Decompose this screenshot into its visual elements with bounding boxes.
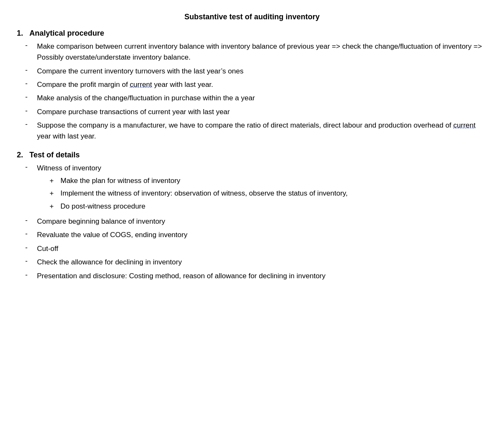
page-container: Substantive test of auditing inventory 1… xyxy=(17,13,487,282)
bullet-text: Make analysis of the change/fluctuation … xyxy=(37,93,487,104)
list-item: - Compare the current inventory turnover… xyxy=(17,66,487,77)
list-item: - Compare the profit margin of current y… xyxy=(17,79,487,90)
dash-icon: - xyxy=(25,257,35,265)
sub-bullet-text: Implement the witness of inventory: obse… xyxy=(60,188,487,199)
section-2-title: Test of details xyxy=(29,151,80,159)
dash-icon: - xyxy=(25,271,35,279)
section-analytical-procedure: 1. Analytical procedure - Make compariso… xyxy=(17,29,487,142)
bullet-text: Compare beginning balance of inventory xyxy=(37,216,487,227)
bullet-text: Compare purchase transactions of current… xyxy=(37,107,487,118)
list-item: + Implement the witness of inventory: ob… xyxy=(37,188,487,199)
bullet-text: Suppose the company is a manufacturer, w… xyxy=(37,120,487,142)
sub-list-witness: + Make the plan for witness of inventory… xyxy=(37,175,487,212)
list-item: - Make comparison between current invent… xyxy=(17,41,487,63)
dash-icon: - xyxy=(25,230,35,238)
list-item: - Presentation and disclosure: Costing m… xyxy=(17,271,487,282)
dash-icon: - xyxy=(25,107,35,115)
dash-icon: - xyxy=(25,163,35,171)
section-2-number: 2. xyxy=(17,151,29,159)
dash-icon: - xyxy=(25,216,35,225)
list-item: - Revaluate the value of COGS, ending in… xyxy=(17,230,487,240)
underline-current: current xyxy=(130,81,152,89)
dash-icon: - xyxy=(25,66,35,74)
bullet-text: Check the allowance for declining in inv… xyxy=(37,257,487,268)
list-item: - Cut-off xyxy=(17,243,487,254)
sub-bullet-text: Make the plan for witness of inventory xyxy=(60,175,487,186)
section-1-number: 1. xyxy=(17,29,29,38)
dash-icon: - xyxy=(25,41,35,50)
dash-icon: - xyxy=(25,120,35,128)
bullet-text: Cut-off xyxy=(37,243,487,254)
bullet-text: Revaluate the value of COGS, ending inve… xyxy=(37,230,487,240)
section-2-bullets: - Witness of inventory + Make the plan f… xyxy=(17,163,487,282)
bullet-text: Compare the current inventory turnovers … xyxy=(37,66,487,77)
section-2-heading: 2. Test of details xyxy=(17,151,487,159)
section-1-heading: 1. Analytical procedure xyxy=(17,29,487,38)
dash-icon: - xyxy=(25,93,35,101)
plus-icon: + xyxy=(50,201,59,212)
list-item: - Compare purchase transactions of curre… xyxy=(17,107,487,118)
bullet-text: Witness of inventory + Make the plan for… xyxy=(37,163,487,214)
list-item: - Witness of inventory + Make the plan f… xyxy=(17,163,487,214)
list-item: + Do post-witness procedure xyxy=(37,201,487,212)
dash-icon: - xyxy=(25,79,35,88)
list-item: - Compare beginning balance of inventory xyxy=(17,216,487,227)
underline-current-2: current xyxy=(453,121,475,129)
list-item: - Check the allowance for declining in i… xyxy=(17,257,487,268)
list-item: - Make analysis of the change/fluctuatio… xyxy=(17,93,487,104)
plus-icon: + xyxy=(50,188,59,199)
bullet-text: Make comparison between current inventor… xyxy=(37,41,487,63)
bullet-text: Presentation and disclosure: Costing met… xyxy=(37,271,487,282)
section-1-title: Analytical procedure xyxy=(29,29,104,38)
bullet-text: Compare the profit margin of current yea… xyxy=(37,79,487,90)
plus-icon: + xyxy=(50,175,59,186)
section-1-bullets: - Make comparison between current invent… xyxy=(17,41,487,142)
list-item: - Suppose the company is a manufacturer,… xyxy=(17,120,487,142)
page-title: Substantive test of auditing inventory xyxy=(17,13,487,21)
list-item: + Make the plan for witness of inventory xyxy=(37,175,487,186)
section-test-of-details: 2. Test of details - Witness of inventor… xyxy=(17,151,487,282)
sub-bullet-text: Do post-witness procedure xyxy=(60,201,487,212)
dash-icon: - xyxy=(25,243,35,252)
